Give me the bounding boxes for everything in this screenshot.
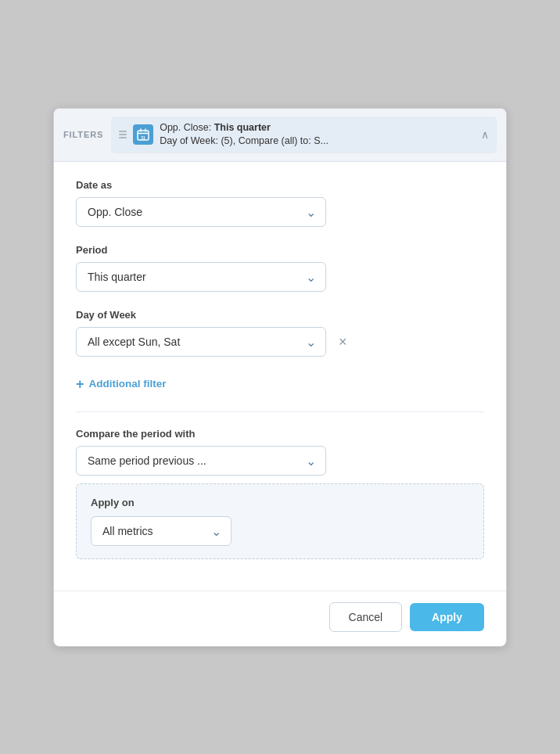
day-of-week-clear-button[interactable]: × <box>336 332 350 352</box>
plus-icon: + <box>76 377 84 391</box>
period-select-wrapper: This quarter Last quarter This month Las… <box>76 262 326 292</box>
day-of-week-row: All except Sun, Sat All days Weekdays on… <box>76 327 484 357</box>
date-as-label: Date as <box>76 179 484 191</box>
compare-select[interactable]: Same period previous ... Custom period N… <box>76 446 326 476</box>
filters-label: FILTERS <box>63 130 103 139</box>
day-of-week-section: Day of Week All except Sun, Sat All days… <box>76 309 484 357</box>
filter-chip[interactable]: 31 Opp. Close: This quarter Day of Week:… <box>111 117 497 153</box>
chip-line2: Day of Week: (5), Compare (all) to: S... <box>160 135 475 149</box>
date-as-select-wrapper: Opp. Close Opp. Created Close Date ⌄ <box>76 197 326 227</box>
drag-handle-icon <box>119 131 127 138</box>
apply-on-select[interactable]: All metrics Selected metrics <box>91 516 232 546</box>
calendar-icon: 31 <box>133 124 153 145</box>
day-of-week-label: Day of Week <box>76 309 484 321</box>
cancel-button[interactable]: Cancel <box>329 602 403 632</box>
apply-on-select-wrapper: All metrics Selected metrics ⌄ <box>91 516 232 546</box>
compare-select-wrapper: Same period previous ... Custom period N… <box>76 446 326 476</box>
divider <box>76 411 484 412</box>
apply-button[interactable]: Apply <box>410 603 484 631</box>
filters-header: FILTERS 31 Opp. Close: This quarter Day … <box>54 109 506 162</box>
period-select[interactable]: This quarter Last quarter This month Las… <box>76 262 326 292</box>
chip-line1-prefix: Opp. Close: <box>160 122 214 133</box>
day-of-week-select-wrapper: All except Sun, Sat All days Weekdays on… <box>76 327 326 357</box>
apply-on-box: Apply on All metrics Selected metrics ⌄ <box>76 483 484 559</box>
chip-line1-bold: This quarter <box>214 122 271 133</box>
svg-text:31: 31 <box>141 135 145 140</box>
add-filter-label: Additional filter <box>89 378 167 390</box>
chip-text: Opp. Close: This quarter Day of Week: (5… <box>160 121 475 149</box>
form-body: Date as Opp. Close Opp. Created Close Da… <box>54 162 506 591</box>
period-label: Period <box>76 244 484 256</box>
filter-panel: FILTERS 31 Opp. Close: This quarter Day … <box>53 108 507 647</box>
period-section: Period This quarter Last quarter This mo… <box>76 244 484 292</box>
day-of-week-select[interactable]: All except Sun, Sat All days Weekdays on… <box>76 327 326 357</box>
chip-chevron-up-icon[interactable]: ∧ <box>481 128 489 141</box>
date-as-select[interactable]: Opp. Close Opp. Created Close Date <box>76 197 326 227</box>
date-as-section: Date as Opp. Close Opp. Created Close Da… <box>76 179 484 227</box>
add-filter-section: + Additional filter <box>76 374 484 394</box>
compare-label: Compare the period with <box>76 428 484 440</box>
footer: Cancel Apply <box>54 591 506 646</box>
apply-on-label: Apply on <box>91 497 469 508</box>
compare-section: Compare the period with Same period prev… <box>76 428 484 559</box>
add-filter-button[interactable]: + Additional filter <box>76 374 167 394</box>
